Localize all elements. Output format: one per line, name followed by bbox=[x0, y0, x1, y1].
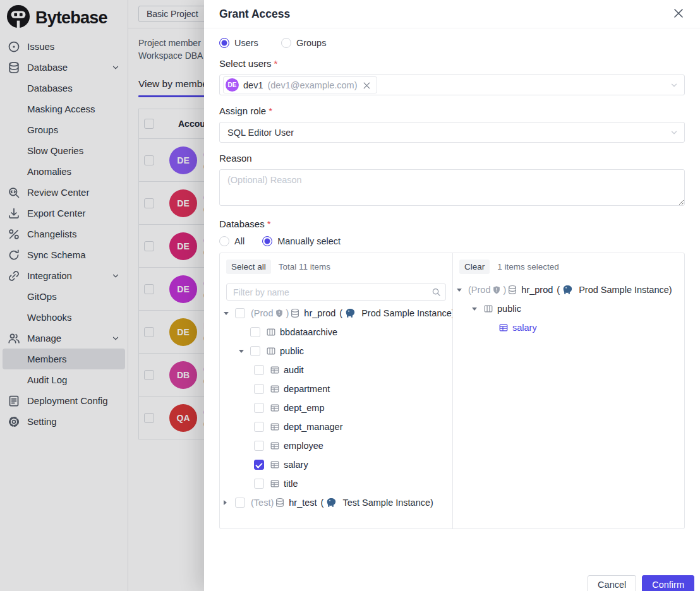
tree-row-dept-manager[interactable]: dept_manager bbox=[220, 417, 452, 436]
assign-role-value: SQL Editor User bbox=[223, 128, 294, 138]
reason-textarea[interactable] bbox=[219, 169, 685, 206]
tree-checkbox[interactable] bbox=[235, 308, 245, 318]
tree-row-dept-emp[interactable]: dept_emp bbox=[220, 398, 452, 417]
environment-shield-icon bbox=[492, 285, 501, 294]
database-icon bbox=[507, 285, 517, 295]
caret-down-icon[interactable] bbox=[239, 350, 250, 353]
postgres-icon bbox=[562, 285, 572, 295]
schema-icon bbox=[266, 346, 276, 356]
tree-row-salary[interactable]: salary bbox=[220, 455, 452, 474]
modal-header: Grant Access bbox=[204, 0, 700, 28]
clear-button[interactable]: Clear bbox=[459, 260, 490, 274]
member-type-radio-group: Users Groups bbox=[219, 38, 685, 48]
caret-down-icon[interactable] bbox=[472, 307, 483, 311]
databases-label: Databases* bbox=[219, 218, 685, 229]
tree-checkbox[interactable] bbox=[235, 498, 245, 508]
cancel-button[interactable]: Cancel bbox=[588, 575, 636, 591]
tree-row-employee[interactable]: employee bbox=[220, 436, 452, 455]
selected-row-hr-prod[interactable]: (Prod) hr_prod (Prod Sample Instance) bbox=[453, 280, 684, 299]
radio-groups[interactable]: Groups bbox=[281, 38, 327, 48]
total-items-label: Total 11 items bbox=[279, 262, 330, 272]
modal-footer: Cancel Confirm bbox=[588, 575, 694, 591]
tree-row-public[interactable]: public bbox=[220, 342, 452, 361]
grant-access-modal: Grant Access Users Groups Select users* … bbox=[204, 0, 700, 591]
tree-checkbox-checked[interactable] bbox=[254, 460, 264, 470]
table-icon bbox=[498, 323, 509, 333]
filter-by-name-input[interactable] bbox=[226, 284, 446, 301]
chevron-down-icon bbox=[670, 81, 679, 90]
avatar: DE bbox=[226, 78, 239, 92]
close-icon[interactable] bbox=[672, 8, 685, 20]
database-tree-pane: Select all Total 11 items (Prod) bbox=[220, 253, 452, 528]
tree-checkbox[interactable] bbox=[254, 384, 264, 394]
tree-row-department[interactable]: department bbox=[220, 379, 452, 398]
selected-tree: (Prod) hr_prod (Prod Sample Instance) pu… bbox=[453, 280, 684, 337]
postgres-icon bbox=[345, 308, 355, 318]
schema-icon bbox=[483, 304, 493, 314]
confirm-button[interactable]: Confirm bbox=[642, 575, 694, 591]
caret-down-icon[interactable] bbox=[224, 312, 235, 315]
required-asterisk: * bbox=[274, 58, 278, 69]
databases-radio-group: All Manually select bbox=[219, 236, 685, 246]
select-users-label: Select users* bbox=[219, 58, 685, 69]
radio-manual-control[interactable] bbox=[262, 236, 272, 246]
radio-groups-control[interactable] bbox=[281, 38, 291, 48]
tree-row-bbdataarchive[interactable]: bbdataarchive bbox=[220, 323, 452, 342]
tree-row-hr-prod[interactable]: (Prod) hr_prod (Prod Sample Instance) bbox=[220, 304, 452, 323]
selected-row-salary[interactable]: salary bbox=[453, 318, 684, 337]
database-icon bbox=[290, 308, 300, 318]
table-icon bbox=[270, 479, 280, 489]
tree-checkbox[interactable] bbox=[250, 327, 260, 337]
database-tree: (Prod) hr_prod (Prod Sample Instance) bb… bbox=[220, 304, 452, 512]
app-window: Bytebase Issues Database Databases Maski… bbox=[0, 0, 700, 591]
selected-row-public[interactable]: public bbox=[453, 299, 684, 318]
selected-items-pane: Clear 1 items selected (Prod) hr_prod (P… bbox=[452, 253, 684, 528]
select-users-input[interactable]: DE dev1 (dev1@example.com) bbox=[219, 75, 685, 95]
remove-user-icon[interactable] bbox=[363, 81, 371, 90]
database-picker: Select all Total 11 items (Prod) bbox=[219, 253, 685, 529]
database-icon bbox=[275, 498, 285, 508]
search-icon bbox=[431, 287, 441, 297]
environment-shield-icon bbox=[275, 309, 284, 318]
radio-users[interactable]: Users bbox=[219, 38, 258, 48]
caret-down-icon[interactable] bbox=[457, 289, 468, 292]
selected-count-label: 1 items selected bbox=[497, 262, 559, 272]
tree-checkbox[interactable] bbox=[254, 403, 264, 413]
selected-user-chip: DE dev1 (dev1@example.com) bbox=[223, 76, 377, 93]
radio-all-control[interactable] bbox=[219, 236, 229, 246]
tree-row-hr-test[interactable]: (Test) hr_test (Test Sample Instance) bbox=[220, 493, 452, 512]
chevron-down-icon bbox=[670, 128, 679, 137]
select-all-button[interactable]: Select all bbox=[226, 260, 271, 274]
tree-checkbox[interactable] bbox=[254, 365, 264, 375]
required-asterisk: * bbox=[269, 105, 272, 116]
table-icon bbox=[270, 365, 280, 375]
radio-all-databases[interactable]: All bbox=[219, 236, 244, 246]
modal-title: Grant Access bbox=[219, 8, 290, 21]
schema-icon bbox=[266, 327, 276, 337]
assign-role-select[interactable]: SQL Editor User bbox=[219, 122, 685, 143]
radio-users-control[interactable] bbox=[219, 38, 229, 48]
reason-label: Reason bbox=[219, 153, 685, 164]
table-icon bbox=[270, 384, 280, 394]
required-asterisk: * bbox=[267, 218, 271, 229]
tree-checkbox[interactable] bbox=[254, 441, 264, 451]
table-icon bbox=[270, 422, 280, 432]
chip-user-email: (dev1@example.com) bbox=[267, 80, 357, 90]
radio-manually-select[interactable]: Manually select bbox=[262, 236, 341, 246]
chip-user-name: dev1 bbox=[243, 80, 263, 90]
tree-checkbox[interactable] bbox=[250, 346, 260, 356]
tree-checkbox[interactable] bbox=[254, 422, 264, 432]
caret-right-icon[interactable] bbox=[224, 500, 235, 505]
table-icon bbox=[270, 441, 280, 451]
tree-row-title[interactable]: title bbox=[220, 474, 452, 493]
table-icon bbox=[270, 403, 280, 413]
postgres-icon bbox=[326, 498, 336, 508]
table-icon bbox=[270, 460, 280, 470]
tree-checkbox[interactable] bbox=[254, 479, 264, 489]
tree-row-audit[interactable]: audit bbox=[220, 361, 452, 379]
assign-role-label: Assign role* bbox=[219, 105, 685, 116]
